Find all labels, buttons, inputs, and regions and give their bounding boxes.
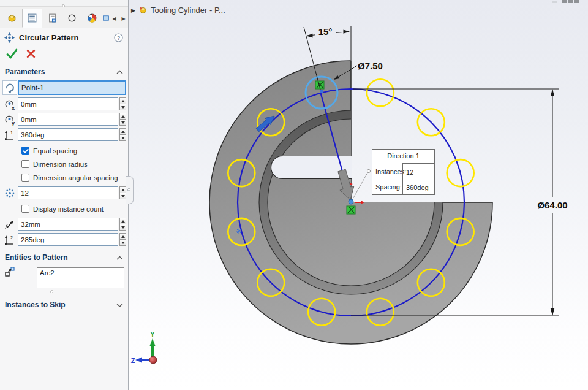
pattern-angle-input[interactable]: [18, 128, 118, 141]
pattern-angle-icon: 1: [2, 129, 18, 141]
tab-scroll-right[interactable]: ▶: [119, 12, 128, 25]
graphics-area[interactable]: 15° Ø7.50 Ø64.00 Y Z: [129, 0, 588, 390]
tab-configurationmanager[interactable]: [42, 9, 62, 28]
section-parameters[interactable]: Parameters: [0, 64, 128, 78]
solidworks-window: 15° Ø7.50 Ø64.00 Y Z ▶ Tooling Cylinder …: [0, 0, 588, 390]
display-instance-count-checkbox[interactable]: Display instance count: [21, 205, 126, 213]
panel-title: Circular Pattern: [19, 33, 110, 42]
hidden-tab-icon: [102, 13, 110, 23]
circular-pattern-icon: [4, 32, 15, 44]
dimension-radius-label: Dimension radius: [33, 161, 88, 168]
callout-instances-value[interactable]: 12: [406, 169, 413, 176]
arc-angle-icon: 2: [2, 234, 18, 246]
instance-point-marker: [236, 229, 241, 234]
callout-values-box: 12 360deg: [402, 163, 434, 194]
displaymanager-icon: [87, 13, 97, 23]
window-stub-icon: [574, 0, 579, 3]
callout-leader-dot[interactable]: [367, 169, 371, 173]
panel-splitter-top[interactable]: [0, 0, 128, 7]
splitter-handle-icon: [127, 188, 130, 191]
pattern-angle-stepper[interactable]: [119, 128, 126, 141]
section-skip-label: Instances to Skip: [5, 300, 66, 309]
entities-to-pattern-icon: [2, 266, 18, 277]
model-view: 15° Ø7.50 Ø64.00 Y Z: [129, 0, 588, 390]
section-instances-to-skip[interactable]: Instances to Skip: [0, 297, 128, 311]
pattern-callout[interactable]: Direction 1 Instances: Spacing: 12 360de…: [372, 149, 435, 195]
property-manager-panel: ◀ ▶ Circular Pattern ?: [0, 0, 129, 390]
svg-text:x: x: [12, 105, 15, 110]
svg-text:1: 1: [10, 131, 13, 135]
section-entities-label: Entities to Pattern: [5, 253, 68, 262]
flyout-title-text: Tooling Cylinder - P...: [151, 6, 225, 15]
triad-y-label: Y: [150, 331, 155, 338]
center-x-icon: x: [2, 98, 18, 110]
window-stub-icon: [568, 0, 573, 3]
dimxpertmanager-icon: [67, 13, 77, 23]
chevron-up-icon: [116, 70, 123, 74]
dimension-radius-checkbox[interactable]: Dimension radius: [21, 160, 126, 168]
origin-relation-badge[interactable]: [347, 206, 355, 214]
tab-hidden-partial[interactable]: [102, 9, 110, 28]
callout-title: Direction 1: [372, 150, 434, 162]
help-icon[interactable]: ?: [114, 33, 123, 42]
dim-hole-text[interactable]: Ø7.50: [358, 61, 383, 71]
tab-displaymanager[interactable]: [82, 9, 102, 28]
instance-count-icon: [2, 187, 18, 199]
center-y-input[interactable]: [18, 113, 118, 126]
checkbox-icon: [21, 160, 29, 168]
part-document-icon: [138, 6, 148, 15]
equal-spacing-label: Equal spacing: [33, 147, 77, 155]
confirm-bar: [0, 46, 128, 64]
entities-list-item[interactable]: Arc2: [40, 269, 121, 277]
pattern-center-input[interactable]: [18, 80, 126, 95]
callout-instances-label: Instances:: [375, 168, 406, 175]
tab-propertymanager[interactable]: [22, 9, 42, 28]
pattern-radius-icon: [2, 218, 18, 231]
svg-text:y: y: [12, 120, 15, 126]
configurationmanager-icon: [47, 13, 58, 23]
orientation-triad: Y Z: [131, 331, 157, 364]
pattern-radius-input[interactable]: [18, 218, 118, 231]
callout-spacing-value[interactable]: 360deg: [406, 184, 429, 191]
chevron-up-icon: [116, 256, 123, 260]
featuremanager-icon: [7, 13, 17, 23]
center-y-icon: y: [2, 113, 18, 126]
triad-z-label: Z: [131, 357, 135, 364]
dim-angle-text[interactable]: 15°: [318, 26, 333, 37]
dimension-angular-label: Dimension angular spacing: [33, 174, 118, 182]
callout-spacing-label: Spacing:: [375, 183, 402, 191]
center-y-stepper[interactable]: [119, 113, 126, 126]
list-resize-handle[interactable]: [50, 290, 53, 293]
window-stub-icon: [552, 1, 557, 3]
panel-splitter-tab[interactable]: [126, 176, 134, 204]
tab-scroll-left[interactable]: ◀: [110, 12, 119, 25]
ok-button[interactable]: [6, 48, 18, 59]
feature-header: Circular Pattern ?: [0, 28, 128, 46]
flyout-expand-icon[interactable]: ▶: [131, 7, 135, 13]
chevron-down-icon: [116, 303, 123, 307]
dim-pattern-text[interactable]: Ø64.00: [537, 200, 567, 210]
propertymanager-icon: [27, 13, 37, 23]
arc-angle-input[interactable]: [18, 233, 118, 246]
pattern-radius-stepper[interactable]: [119, 218, 126, 231]
checkbox-icon: [21, 174, 29, 182]
checkbox-checked-icon: [21, 147, 29, 155]
center-x-input[interactable]: [18, 98, 118, 110]
svg-text:2: 2: [10, 235, 13, 240]
flyout-tree-title[interactable]: ▶ Tooling Cylinder - P...: [131, 6, 225, 15]
equal-spacing-checkbox[interactable]: Equal spacing: [21, 147, 126, 155]
display-instance-count-label: Display instance count: [33, 205, 104, 213]
tab-featuremanager[interactable]: [2, 9, 22, 28]
dimension-angular-checkbox[interactable]: Dimension angular spacing: [21, 174, 126, 182]
rotation-point-icon: [2, 80, 18, 95]
instance-count-input[interactable]: [18, 186, 118, 199]
center-point[interactable]: [349, 199, 353, 204]
center-x-stepper[interactable]: [119, 98, 126, 110]
manager-tab-bar: ◀ ▶: [0, 7, 128, 28]
section-entities[interactable]: Entities to Pattern: [0, 250, 128, 264]
entities-list[interactable]: Arc2: [37, 267, 124, 288]
cancel-button[interactable]: [26, 48, 36, 59]
arc-angle-stepper[interactable]: [119, 233, 126, 246]
svg-text:?: ?: [117, 35, 120, 41]
tab-dimxpertmanager[interactable]: [62, 9, 83, 28]
